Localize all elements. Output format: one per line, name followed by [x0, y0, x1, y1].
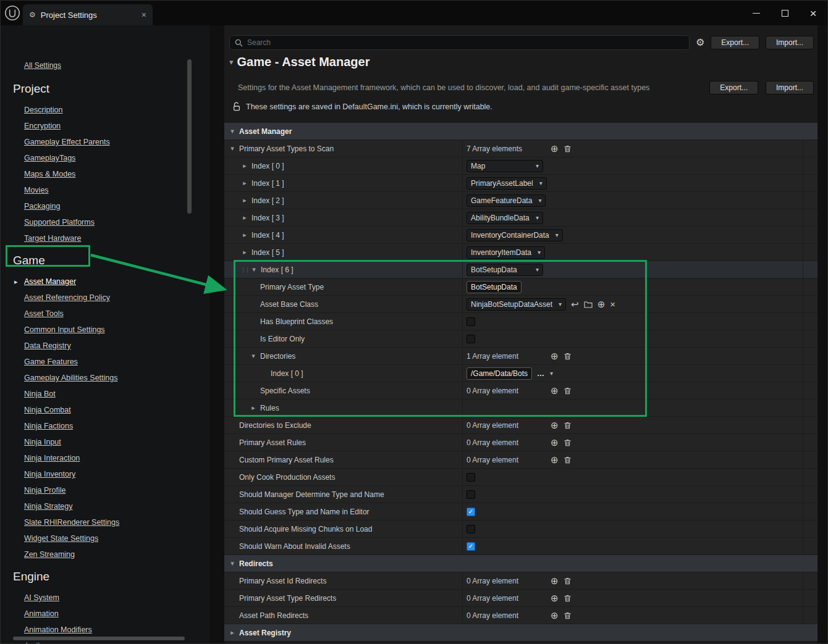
index-2-type-dropdown[interactable]: GameFeatureData▾: [467, 194, 546, 207]
directory-path-input[interactable]: /Game/Data/Bots: [467, 367, 532, 380]
search-input[interactable]: [247, 38, 684, 47]
sidebar-item-common-input-settings[interactable]: Common Input Settings: [1, 322, 209, 338]
search-box[interactable]: [229, 35, 690, 50]
add-element-button[interactable]: ⊕: [551, 438, 559, 447]
pick-asset-button[interactable]: ⊕: [598, 299, 606, 309]
add-element-button[interactable]: ⊕: [551, 351, 559, 361]
delete-elements-button[interactable]: [564, 144, 572, 153]
sidebar-item-zen-streaming[interactable]: Zen Streaming: [1, 546, 209, 562]
has-blueprint-classes-checkbox[interactable]: [467, 317, 475, 326]
sidebar-item-slate-rhirenderer-settings[interactable]: Slate RHIRenderer Settings: [1, 514, 209, 530]
minimize-button[interactable]: [742, 1, 771, 25]
sidebar-item-maps-modes[interactable]: Maps & Modes: [1, 166, 209, 182]
sidebar-item-asset-tools[interactable]: Asset Tools: [1, 306, 209, 322]
should-acquire-missing-chunks-on-load-checkbox[interactable]: [467, 525, 475, 533]
add-element-button[interactable]: ⊕: [551, 420, 559, 430]
caret-right-icon[interactable]: ▸: [249, 404, 258, 412]
should-warn-about-invalid-assets-checkbox[interactable]: ✓: [467, 542, 475, 551]
import-button[interactable]: Import...: [766, 36, 814, 49]
caret-right-icon[interactable]: ▸: [240, 248, 249, 256]
sidebar-item-ninja-input[interactable]: Ninja Input: [1, 434, 209, 450]
sidebar-item-ninja-profile[interactable]: Ninja Profile: [1, 482, 209, 498]
sidebar-item-ninja-combat[interactable]: Ninja Combat: [1, 402, 209, 418]
sidebar-item-packaging[interactable]: Packaging: [1, 198, 209, 214]
sidebar-item-ai-system[interactable]: AI System: [1, 590, 209, 606]
index-6-type-dropdown[interactable]: BotSetupData▾: [467, 264, 543, 276]
add-element-button[interactable]: ⊕: [551, 576, 559, 585]
sidebar-item-ninja-strategy[interactable]: Ninja Strategy: [1, 498, 209, 514]
sidebar-item-encryption[interactable]: Encryption: [1, 118, 209, 134]
export-button[interactable]: Export...: [711, 36, 759, 49]
delete-elements-button[interactable]: [564, 577, 572, 585]
only-cook-production-assets-checkbox[interactable]: [467, 473, 475, 482]
tab-project-settings[interactable]: ⚙ Project Settings ×: [23, 4, 153, 25]
add-element-button[interactable]: ⊕: [551, 144, 559, 153]
sidebar-item-asset-manager[interactable]: ▸Asset Manager: [1, 274, 209, 290]
add-element-button[interactable]: ⊕: [551, 611, 559, 620]
sidebar-horizontal-scrollbar[interactable]: [13, 637, 185, 640]
sidebar-item-widget-state-settings[interactable]: Widget State Settings: [1, 530, 209, 546]
sidebar-item-data-registry[interactable]: Data Registry: [1, 338, 209, 354]
index-5-type-dropdown[interactable]: InventoryItemData▾: [467, 246, 545, 259]
caret-down-icon[interactable]: ▾: [249, 352, 258, 360]
browse-ellipsis-button[interactable]: …: [537, 369, 545, 378]
sidebar-item-ninja-inventory[interactable]: Ninja Inventory: [1, 466, 209, 482]
caret-down-icon[interactable]: ▾: [250, 266, 258, 274]
caret-right-icon[interactable]: ▸: [228, 629, 237, 637]
sidebar-item-asset-referencing-policy[interactable]: Asset Referencing Policy: [1, 290, 209, 306]
add-element-button[interactable]: ⊕: [551, 386, 559, 395]
delete-elements-button[interactable]: [564, 421, 572, 430]
is-editor-only-checkbox[interactable]: [467, 335, 475, 343]
caret-right-icon[interactable]: ▸: [240, 231, 249, 239]
sidebar-vertical-scrollbar[interactable]: [187, 59, 192, 214]
delete-elements-button[interactable]: [564, 594, 572, 603]
delete-elements-button[interactable]: [564, 611, 572, 620]
sidebar-item-animation-modifiers[interactable]: Animation Modifiers: [1, 622, 209, 638]
sidebar-item-animation[interactable]: Animation: [1, 606, 209, 622]
delete-elements-button[interactable]: [564, 456, 572, 464]
close-window-button[interactable]: ×: [799, 1, 827, 25]
caret-right-icon[interactable]: ▸: [240, 196, 249, 204]
sidebar-item-movies[interactable]: Movies: [1, 182, 209, 198]
maximize-button[interactable]: [771, 1, 799, 25]
view-options-gear-icon[interactable]: ⚙: [696, 38, 704, 48]
delete-elements-button[interactable]: [564, 387, 572, 395]
sidebar-item-gameplaytags[interactable]: GameplayTags: [1, 150, 209, 166]
sidebar-item-ninja-factions[interactable]: Ninja Factions: [1, 418, 209, 434]
tab-close-icon[interactable]: ×: [142, 10, 146, 20]
index-4-type-dropdown[interactable]: InventoryContainerData▾: [467, 229, 563, 241]
caret-right-icon[interactable]: ▸: [240, 214, 249, 222]
caret-down-icon[interactable]: ▾: [228, 144, 237, 153]
delete-elements-button[interactable]: [564, 352, 572, 361]
caret-down-icon[interactable]: ▾: [228, 127, 237, 135]
sidebar-item-ninja-bot[interactable]: Ninja Bot: [1, 386, 209, 402]
index-3-type-dropdown[interactable]: AbilityBundleData▾: [467, 212, 543, 224]
add-element-button[interactable]: ⊕: [551, 593, 559, 603]
sidebar-item-all-settings[interactable]: All Settings: [1, 59, 209, 72]
sidebar-item-gameplay-abilities-settings[interactable]: Gameplay Abilities Settings: [1, 370, 209, 386]
should-guess-type-and-name-in-editor-checkbox[interactable]: ✓: [467, 508, 475, 516]
section-import-button[interactable]: Import...: [766, 81, 814, 94]
index-1-type-dropdown[interactable]: PrimaryAssetLabel▾: [467, 177, 547, 190]
sidebar-item-target-hardware[interactable]: Target Hardware: [1, 230, 209, 246]
sidebar-item-description[interactable]: Description: [1, 102, 209, 118]
browse-to-asset-button[interactable]: [584, 301, 593, 308]
should-manager-determine-type-and-name-checkbox[interactable]: [467, 490, 475, 499]
caret-down-icon[interactable]: ▾: [228, 559, 237, 567]
delete-elements-button[interactable]: [564, 438, 572, 447]
sidebar-item-supported-platforms[interactable]: Supported Platforms: [1, 214, 209, 230]
primary-asset-type-input[interactable]: BotSetupData: [467, 281, 522, 293]
section-collapse-caret-icon[interactable]: ▾: [229, 57, 234, 67]
add-element-button[interactable]: ⊕: [551, 455, 559, 464]
asset-base-class-dropdown[interactable]: NinjaBotSetupDataAsset▾: [467, 298, 566, 311]
use-selected-asset-button[interactable]: ↩: [571, 299, 579, 309]
path-options-dropdown-icon[interactable]: ▾: [550, 370, 553, 377]
sidebar-item-gameplay-effect-parents[interactable]: Gameplay Effect Parents: [1, 134, 209, 150]
section-export-button[interactable]: Export...: [709, 81, 758, 94]
caret-right-icon[interactable]: ▸: [240, 162, 249, 170]
sidebar-item-ninja-interaction[interactable]: Ninja Interaction: [1, 450, 209, 466]
clear-asset-button[interactable]: ×: [610, 299, 615, 309]
sidebar-item-game-features[interactable]: Game Features: [1, 354, 209, 370]
index-0-type-dropdown[interactable]: Map▾: [467, 160, 543, 172]
drag-handle[interactable]: ⋮⋮: [240, 267, 249, 273]
